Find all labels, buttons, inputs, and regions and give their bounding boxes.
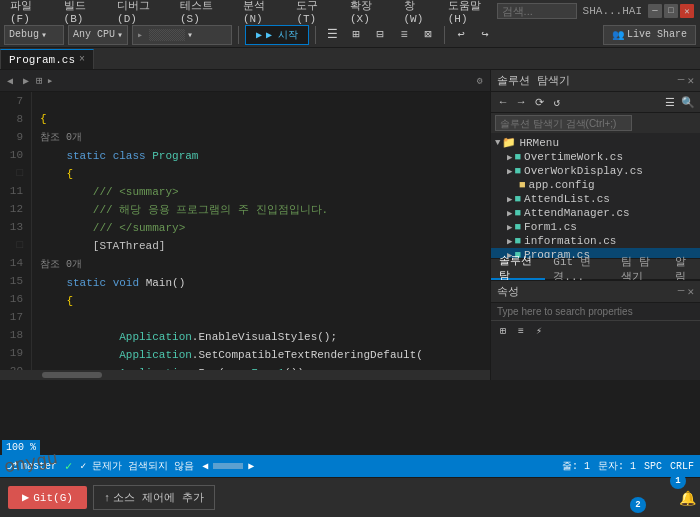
source-btn-label: 소스 제어에 추가 [113,490,203,505]
status-char[interactable]: 문자: 1 [598,459,636,473]
tree-arrow-icon[interactable]: ▶ [507,236,512,247]
status-branch[interactable]: ⎇ master [6,460,57,472]
debug-config-dropdown[interactable]: Debug ▾ [4,25,64,45]
side-tab-solution[interactable]: 솔루션 탐 [491,258,545,280]
panel-close-icon[interactable]: ✕ [687,74,694,87]
menu-analyze[interactable]: 분석(N) [239,0,283,27]
props-icon-2[interactable]: ≡ [513,323,529,339]
tree-file-information[interactable]: ▶ ■ information.cs [491,234,700,248]
toolbar-icon-5[interactable]: ⊠ [418,25,438,45]
start-button[interactable]: ▶ ▶ 시작 [245,25,309,45]
notification-badge-1: 1 [670,473,686,489]
menu-build[interactable]: 빌드(B) [60,0,104,27]
status-no-errors[interactable]: ✓ 문제가 검색되지 않음 [80,459,194,473]
menu-debug[interactable]: 디버그(D) [113,0,166,27]
editor-scrollbar-horizontal[interactable] [0,370,490,380]
no-errors-label: ✓ 문제가 검색되지 않음 [80,459,194,473]
side-tab-notifications[interactable]: 알림 [667,258,700,280]
tree-file-attendmanager[interactable]: ▶ ■ AttendManager.cs [491,206,700,220]
nav-back-button[interactable]: ◀ [4,74,16,88]
file-cs-icon: ■ [514,207,521,219]
code-editor[interactable]: 7 8 9 10 □ 11 12 13 □ 14 15 16 17 18 19 … [0,92,490,370]
menu-file[interactable]: 파일(F) [6,0,50,27]
tree-arrow-icon[interactable]: ▶ [507,208,512,219]
tree-arrow-icon[interactable]: ▶ [507,166,512,177]
notification-bell-icon[interactable]: 🔔 [679,490,696,507]
live-share-label: Live Share [627,29,687,40]
props-pin-icon[interactable]: ─ [678,285,685,298]
tree-expand-icon[interactable]: ▼ [495,138,500,148]
cpu-dropdown[interactable]: Any CPU ▾ [68,25,128,45]
se-back-icon[interactable]: ← [495,94,511,110]
se-filter-icon[interactable]: ☰ [662,94,678,110]
menu-tools[interactable]: 도구(T) [292,0,336,27]
solution-explorer-title: 솔루션 탐색기 [497,73,570,88]
status-crlf[interactable]: CRLF [670,461,694,472]
status-line[interactable]: 줄: 1 [562,459,590,473]
toolbar-icon-1[interactable]: ☰ [322,25,342,45]
tree-item-label: OverWorkDisplay.cs [524,165,643,177]
check-icon: ✓ [65,459,72,474]
toolbar-separator-3 [444,26,445,44]
se-sync-icon[interactable]: ⟳ [531,94,547,110]
editor-breadcrumb: ⊞ ▸ [36,74,470,87]
props-close-icon[interactable]: ✕ [687,285,694,298]
status-spc[interactable]: SPC [644,461,662,472]
tab-program-cs[interactable]: Program.cs × [0,49,94,69]
solution-explorer-header: 솔루션 탐색기 ─ ✕ [491,70,700,92]
side-tab-team[interactable]: 팀 탐색기 [613,258,667,280]
title-search-input[interactable] [497,3,577,19]
maximize-button[interactable]: □ [664,4,678,18]
source-control-add-button[interactable]: ↑ 소스 제어에 추가 [93,485,215,510]
tree-arrow-icon[interactable]: ▶ [507,194,512,205]
file-cs-icon: ■ [514,151,521,163]
cpu-label: Any CPU [73,29,115,40]
file-cs-icon: ■ [514,235,521,247]
nav-forward-button[interactable]: ▶ [20,74,32,88]
project-dropdown[interactable]: ▸ ░░░░░░ ▾ [132,25,232,45]
side-tab-git[interactable]: Git 변경... [545,258,613,280]
properties-title: 속성 [497,284,519,299]
close-button[interactable]: ✕ [680,4,694,18]
se-search-icon[interactable]: 🔍 [680,94,696,110]
se-search-input[interactable] [495,115,632,131]
tree-file-attendlist[interactable]: ▶ ■ AttendList.cs [491,192,700,206]
minimize-button[interactable]: ─ [648,4,662,18]
tree-arrow-icon[interactable]: ▶ [507,152,512,163]
toolbar-icon-6[interactable]: ↩ [451,25,471,45]
tree-item-label: Form1.cs [524,221,577,233]
se-forward-icon[interactable]: → [513,94,529,110]
menu-extensions[interactable]: 확장(X) [346,0,390,27]
menu-window[interactable]: 창(W) [400,0,434,27]
scrollbar-thumb[interactable] [42,372,102,378]
tree-folder-hrmenu[interactable]: ▼ 📁 HRMenu [491,135,700,150]
toolbar-icon-7[interactable]: ↪ [475,25,495,45]
props-icon-1[interactable]: ⊞ [495,323,511,339]
props-icon-3[interactable]: ⚡ [531,323,547,339]
properties-search-input[interactable] [491,303,700,321]
tree-item-label: HRMenu [519,137,559,149]
tree-file-overworkdisplay[interactable]: ▶ ■ OverWorkDisplay.cs [491,164,700,178]
live-share-button[interactable]: 👥 Live Share [603,25,696,45]
tree-file-appconfig[interactable]: ■ app.config [491,178,700,192]
toolbar-icon-3[interactable]: ⊟ [370,25,390,45]
editor-settings-icon[interactable]: ⚙ [474,74,486,88]
toolbar-icon-4[interactable]: ≡ [394,25,414,45]
project-label: ▸ ░░░░░░ [137,29,185,41]
toolbar-separator-2 [315,26,316,44]
editor-nav: ◀ ▶ ⊞ ▸ ⚙ [0,70,490,92]
tree-file-overtimework[interactable]: ▶ ■ OvertimeWork.cs [491,150,700,164]
toolbar-icon-2[interactable]: ⊞ [346,25,366,45]
se-refresh-icon[interactable]: ↺ [549,94,565,110]
tree-arrow-icon[interactable]: ▶ [507,222,512,233]
menu-help[interactable]: 도움말(H) [444,0,497,27]
tab-close-button[interactable]: × [79,54,85,65]
git-button[interactable]: ▶ Git(G) [8,486,87,509]
main-toolbar: Debug ▾ Any CPU ▾ ▸ ░░░░░░ ▾ ▶ ▶ 시작 ☰ ⊞ … [0,22,700,48]
toolbar-separator-1 [238,26,239,44]
panel-pin-icon[interactable]: ─ [678,74,685,87]
menu-test[interactable]: 테스트(S) [176,0,229,27]
tree-file-form1[interactable]: ▶ ■ Form1.cs [491,220,700,234]
status-nav-arrows[interactable]: ◀ ▶ [202,460,254,472]
zoom-indicator[interactable]: 100 % [2,440,40,455]
